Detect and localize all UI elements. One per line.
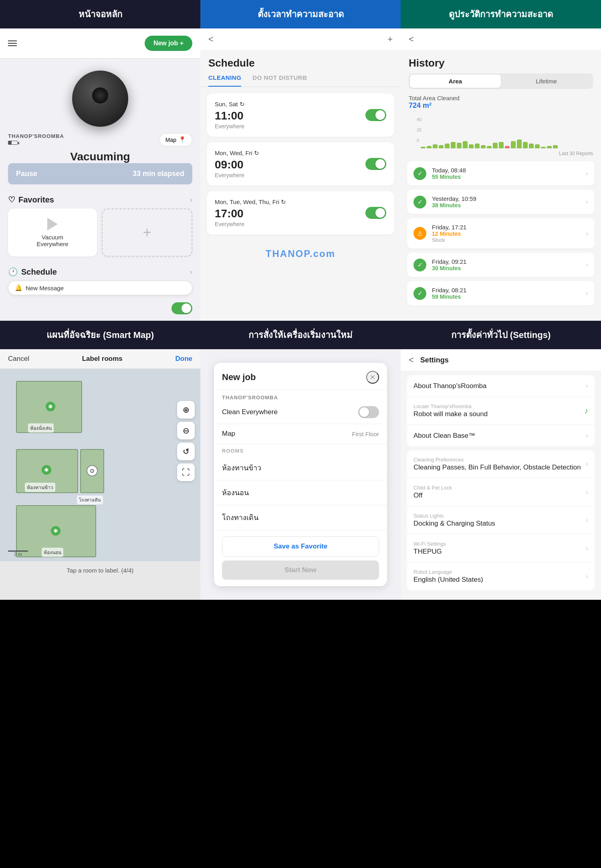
- area-tab-lifetime[interactable]: Lifetime: [501, 75, 592, 88]
- hist-info-1: Yesterday, 10:59 38 Minutes: [432, 195, 580, 208]
- wifi-sublabel: Wi-Fi Settings: [413, 541, 446, 547]
- done-button[interactable]: Done: [175, 355, 192, 363]
- add-icon[interactable]: +: [387, 34, 393, 45]
- map-pin-icon: 📍: [178, 136, 186, 144]
- robot-image: [72, 71, 128, 127]
- child-lock-sublabel: Child & Pet Lock: [413, 485, 452, 491]
- schedule-info-1: Mon, Wed, Fri ↻ 09:00 Everywhere: [215, 150, 365, 178]
- language-info: Robot Language English (United States): [413, 569, 483, 584]
- stats-label: Total Area Cleaned: [409, 95, 593, 101]
- fav-card-add[interactable]: +: [102, 208, 192, 257]
- status-lights-chevron: ›: [586, 516, 588, 524]
- room-bedroom[interactable]: ✱ ห้องนอน: [16, 505, 96, 557]
- bell-icon: 🔔: [15, 284, 22, 291]
- status-lights-label: Docking & Charging Status: [413, 520, 495, 528]
- wifi-info: Wi-Fi Settings THEPUG: [413, 541, 446, 556]
- pause-button[interactable]: Pause 33 min elapsed: [8, 163, 192, 184]
- schedule-chevron[interactable]: ›: [190, 268, 192, 276]
- label-rooms-title: Label rooms: [82, 355, 123, 363]
- settings-item-cleanbase[interactable]: About Clean Base™ ›: [407, 425, 595, 446]
- tab-dnd[interactable]: DO NOT DISTURB: [252, 69, 307, 87]
- robot-name: THANOP'SROOMBA: [8, 133, 64, 139]
- history-item-3[interactable]: ✓ Friday, 09:21 30 Minutes ›: [407, 253, 595, 277]
- clean-everywhere-row[interactable]: Clean Everywhere: [214, 401, 387, 424]
- close-button[interactable]: ×: [366, 371, 379, 384]
- room-living[interactable]: ✱ ห้องนั่งเล่น: [16, 381, 82, 433]
- scale-label: 3 m: [8, 552, 28, 557]
- map-label: Map: [165, 137, 176, 143]
- room-corridor[interactable]: โถงทางเดิน ⊙: [80, 449, 104, 493]
- map-button[interactable]: Map 📍: [159, 133, 192, 146]
- save-favorite-button[interactable]: Save as Favorite: [222, 536, 379, 556]
- settings-item-status-lights[interactable]: Status Lights Docking & Charging Status …: [407, 506, 595, 534]
- hist-chevron-2: ›: [586, 229, 588, 238]
- cleaning-prefs-chevron: ›: [586, 460, 588, 468]
- schedule-card-1[interactable]: Mon, Wed, Fri ↻ 09:00 Everywhere: [207, 142, 394, 186]
- hist-chevron-0: ›: [586, 169, 588, 178]
- area-tab-area[interactable]: Area: [410, 75, 501, 88]
- hist-date-2: Friday, 17:21: [432, 224, 580, 231]
- settings-item-child-lock[interactable]: Child & Pet Lock Off ›: [407, 478, 595, 506]
- hamburger-menu[interactable]: [8, 40, 17, 46]
- smartmap-nav: Cancel Label rooms Done: [0, 349, 200, 369]
- new-job-button[interactable]: New job +: [145, 36, 192, 51]
- back-arrow-icon[interactable]: <: [208, 34, 214, 45]
- zoom-in-button[interactable]: ⊕: [177, 401, 195, 419]
- cleaning-prefs-sublabel: Cleaning Preferences: [413, 457, 581, 463]
- tab-cleaning[interactable]: CLEANING: [208, 69, 241, 87]
- schedule-card-2[interactable]: Mon, Tue, Wed, Thu, Fri ↻ 17:00 Everywhe…: [207, 191, 394, 235]
- cleanbase-label: About Clean Base™: [413, 432, 475, 440]
- zoom-out-button[interactable]: ⊖: [177, 422, 195, 439]
- new-message-banner[interactable]: 🔔 New Message: [8, 281, 192, 295]
- clean-everywhere-toggle[interactable]: [358, 406, 379, 418]
- room-dining[interactable]: ✱ ห้องทานข้าว: [16, 449, 78, 493]
- room-label-corridor: โถงทางเดิน: [77, 496, 103, 504]
- panel4-header: แผนที่อัจฉริยะ (Smart Map): [0, 321, 200, 349]
- wifi-label: THEPUG: [413, 548, 446, 556]
- area-tabs: Area Lifetime: [409, 73, 593, 89]
- settings-item-about-roomba[interactable]: About Thanop'sRoomba ›: [407, 375, 595, 397]
- settings-back-icon[interactable]: <: [409, 355, 414, 365]
- rotate-button[interactable]: ↺: [177, 443, 195, 460]
- cleanbase-chevron: ›: [586, 431, 588, 440]
- history-item-4[interactable]: ✓ Friday, 08:21 59 Minutes ›: [407, 281, 595, 306]
- hist-info-3: Friday, 09:21 30 Minutes: [432, 258, 580, 271]
- fit-button[interactable]: ⛶: [177, 463, 195, 481]
- settings-item-wifi[interactable]: Wi-Fi Settings THEPUG ›: [407, 534, 595, 562]
- room-star-bedroom: ✱: [51, 526, 61, 536]
- music-icon: ♪: [584, 406, 588, 415]
- room-label-living: ห้องนั่งเล่น: [28, 423, 54, 433]
- status-lights-sublabel: Status Lights: [413, 513, 495, 519]
- favorites-chevron[interactable]: ›: [190, 196, 192, 204]
- settings-item-language[interactable]: Robot Language English (United States) ›: [407, 562, 595, 590]
- schedule-card-0[interactable]: Sun, Sat ↻ 11:00 Everywhere: [207, 93, 394, 137]
- hist-date-0: Today, 08:48: [432, 167, 580, 174]
- main-toggle[interactable]: [171, 302, 192, 314]
- wifi-chevron: ›: [586, 544, 588, 552]
- hist-stuck-2: Stuck: [432, 237, 580, 243]
- map-label: Map: [222, 430, 235, 438]
- history-item-2[interactable]: ⚠ Friday, 17:21 12 Minutes Stuck ›: [407, 218, 595, 249]
- history-back-icon[interactable]: <: [409, 34, 414, 44]
- history-item-1[interactable]: ✓ Yesterday, 10:59 38 Minutes ›: [407, 190, 595, 214]
- settings-item-cleaning-prefs[interactable]: Cleaning Preferences Cleaning Passes, Bi…: [407, 450, 595, 478]
- cleaning-prefs-label: Cleaning Passes, Bin Full Behavior, Obst…: [413, 463, 581, 471]
- sched-toggle-0[interactable]: [365, 109, 386, 121]
- panel3-header: ดูประวัติการทำความสะอาด: [401, 0, 601, 28]
- fav-card-vacuum[interactable]: VacuumEverywhere: [8, 208, 97, 257]
- map-controls: ⊕ ⊖ ↺ ⛶: [177, 401, 195, 481]
- room-item-0[interactable]: ห้องทานข้าว: [214, 455, 387, 480]
- child-lock-chevron: ›: [586, 488, 588, 496]
- history-item-0[interactable]: ✓ Today, 08:48 55 Minutes ›: [407, 161, 595, 186]
- start-now-button[interactable]: Start Now: [222, 560, 379, 580]
- cancel-button[interactable]: Cancel: [8, 355, 29, 363]
- sched-toggle-1[interactable]: [365, 158, 386, 170]
- hist-ok-icon-4: ✓: [413, 287, 426, 300]
- room-item-2[interactable]: โถงทางเดิน: [214, 505, 387, 530]
- new-job-modal: New job × THANOP'SROOMBA Clean Everywher…: [214, 363, 387, 586]
- elapsed-label: 33 min elapsed: [133, 170, 184, 178]
- sched-toggle-2[interactable]: [365, 207, 386, 219]
- settings-item-locate[interactable]: Locate Thanop'sRoomba Robot will make a …: [407, 397, 595, 425]
- new-job-footer: Save as Favorite Start Now: [214, 530, 387, 586]
- room-item-1[interactable]: ห้องนอน: [214, 480, 387, 505]
